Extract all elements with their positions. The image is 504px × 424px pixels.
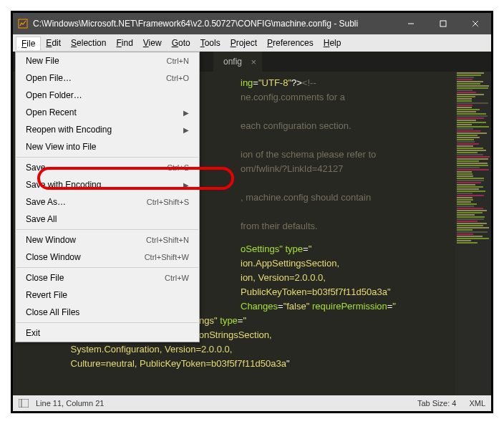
tab-label: onfig [223,57,242,67]
menu-item-open-folder-[interactable]: Open Folder… [16,87,199,104]
menu-item-save-as-[interactable]: Save As…Ctrl+Shift+S [16,193,199,211]
menu-item-open-file-[interactable]: Open File…Ctrl+O [16,69,199,87]
menu-item-save[interactable]: SaveCtrl+S [16,159,199,176]
menu-file[interactable]: File [16,37,41,50]
minimize-button[interactable] [394,13,427,34]
menu-project[interactable]: Project [226,37,262,49]
menu-goto[interactable]: Goto [167,37,195,49]
menu-preferences[interactable]: Preferences [262,37,319,49]
status-bar: Line 11, Column 21 Tab Size: 4 XML [13,395,491,411]
menubar: FileEditSelectionFindViewGotoToolsProjec… [13,34,491,52]
menu-tools[interactable]: Tools [195,37,226,49]
status-tabsize[interactable]: Tab Size: 4 [417,399,456,408]
chevron-right-icon: ▶ [183,126,189,134]
menu-item-exit[interactable]: Exit [16,324,199,342]
menu-item-revert-file[interactable]: Revert File [16,286,199,304]
tab-file[interactable]: onfig × [213,52,262,72]
menu-item-new-window[interactable]: New WindowCtrl+Shift+N [16,231,199,249]
app-window: C:\Windows\Microsoft.NET\Framework64\v2.… [11,11,493,413]
status-language[interactable]: XML [469,399,485,408]
menu-help[interactable]: Help [319,37,346,49]
svg-rect-2 [440,21,446,26]
menu-item-close-all-files[interactable]: Close All Files [16,304,199,321]
tab-close-icon[interactable]: × [251,57,256,67]
menu-item-open-recent[interactable]: Open Recent▶ [16,104,199,121]
menu-item-close-file[interactable]: Close FileCtrl+W [16,269,199,286]
menu-item-close-window[interactable]: Close WindowCtrl+Shift+W [16,249,199,266]
menu-item-reopen-with-encoding[interactable]: Reopen with Encoding▶ [16,121,199,138]
svg-rect-0 [19,19,27,28]
titlebar: C:\Windows\Microsoft.NET\Framework64\v2.… [13,13,491,34]
menu-item-new-file[interactable]: New FileCtrl+N [16,52,199,69]
menu-item-save-all[interactable]: Save All [16,211,199,228]
status-position[interactable]: Line 11, Column 21 [36,399,104,408]
app-icon [13,19,33,29]
menu-separator [16,157,198,158]
chevron-right-icon: ▶ [183,181,189,189]
panel-icon[interactable] [19,399,29,408]
file-menu-dropdown: New FileCtrl+NOpen File…Ctrl+OOpen Folde… [15,52,200,342]
menu-edit[interactable]: Edit [41,37,66,49]
menu-separator [16,322,198,323]
menu-separator [16,267,198,268]
maximize-button[interactable] [427,13,459,34]
menu-selection[interactable]: Selection [66,37,111,49]
menu-find[interactable]: Find [111,37,137,49]
menu-separator [16,229,198,230]
menu-item-save-with-encoding[interactable]: Save with Encoding▶ [16,176,199,193]
window-title: C:\Windows\Microsoft.NET\Framework64\v2.… [33,19,394,29]
minimap[interactable] [455,72,491,395]
close-button[interactable] [459,13,491,34]
svg-rect-5 [19,399,29,408]
menu-view[interactable]: View [138,37,167,49]
chevron-right-icon: ▶ [183,109,189,117]
menu-item-new-view-into-file[interactable]: New View into File [16,138,199,155]
